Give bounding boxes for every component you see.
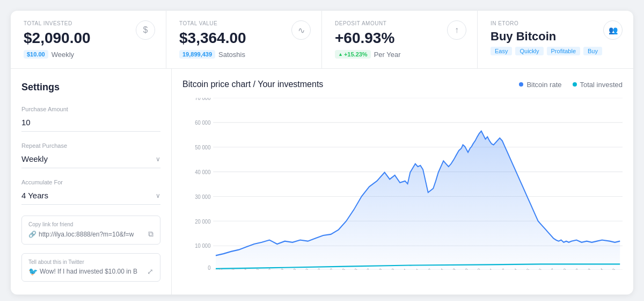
repeat-purchase-label: Repeat Purchase <box>21 142 160 149</box>
chart-legend: Bitcoin rate Total invested <box>519 81 623 89</box>
main-container: TOTAL INVESTED $2,090.00 $10.00 Weekly $… <box>11 11 633 295</box>
dollar-icon: $ <box>136 20 155 40</box>
total-invested-dot <box>573 82 577 87</box>
stat-total-value: TOTAL VALUE $3,364.00 19,899,439 Satoshi… <box>166 11 322 68</box>
etoro-tags: Easy Quickly Profitable Buy <box>491 47 620 55</box>
bitcoin-rate-dot <box>519 82 523 87</box>
purchase-amount-group: Purchase Amount <box>21 106 160 132</box>
accumulate-for-select[interactable]: 4 Years ∨ <box>21 189 160 205</box>
repeat-purchase-group: Repeat Purchase Weekly ∨ <box>21 142 160 168</box>
legend-bitcoin-rate: Bitcoin rate <box>519 81 561 89</box>
bitcoin-rate-label: Bitcoin rate <box>526 81 561 89</box>
total-value-label: TOTAL VALUE <box>179 20 309 26</box>
total-value-value: $3,364.00 <box>179 30 309 47</box>
copy-link-box: Copy link for friend 🔗 http://ilya.loc:8… <box>21 216 160 245</box>
copy-link-label: Copy link for friend <box>28 221 153 227</box>
total-value-sub: 19,899,439 Satoshis <box>179 50 309 59</box>
chart-wrapper: 70 000 60 000 50 000 40 000 30 000 20 00… <box>182 98 623 270</box>
accumulate-for-chevron: ∨ <box>156 192 160 199</box>
chart-header: Bitcoin price chart / Your investments B… <box>182 80 623 89</box>
total-invested-sub: $10.00 Weekly <box>24 50 153 59</box>
accumulate-for-value: 4 Years <box>21 191 48 200</box>
total-invested-chart-label: Total invested <box>580 81 623 89</box>
tag-easy[interactable]: Easy <box>491 47 512 55</box>
deposit-value: +60.93% <box>335 30 464 47</box>
tag-quickly[interactable]: Quickly <box>515 47 543 55</box>
accumulate-for-group: Accumulate For 4 Years ∨ <box>21 179 160 205</box>
etoro-label: IN ETORO <box>491 20 620 26</box>
deposit-badge: ▲ +15.23% <box>335 50 371 59</box>
purchase-amount-label: Purchase Amount <box>21 106 160 112</box>
total-value-badge: 19,899,439 <box>179 50 215 59</box>
svg-text:60 000: 60 000 <box>195 120 210 126</box>
svg-text:50 000: 50 000 <box>195 145 210 151</box>
stat-etoro: IN ETORO Buy Bitcoin Easy Quickly Profit… <box>478 11 633 68</box>
deposit-label: DEPOSIT AMOUNT <box>335 20 464 26</box>
repeat-purchase-chevron: ∨ <box>156 155 160 163</box>
repeat-purchase-select[interactable]: Weekly ∨ <box>21 152 160 168</box>
legend-total-invested: Total invested <box>573 81 623 89</box>
chart-svg: 70 000 60 000 50 000 40 000 30 000 20 00… <box>182 98 623 270</box>
total-invested-sub-text: Weekly <box>52 51 74 59</box>
wave-icon: ∿ <box>291 20 311 40</box>
etoro-value: Buy Bitcoin <box>491 30 620 44</box>
svg-text:70 000: 70 000 <box>195 98 210 101</box>
users-icon: 👥 <box>603 20 623 40</box>
twitter-content: 🐦 Wow! If I had invested $10.00 in B ⤢ <box>28 267 153 276</box>
share-icon[interactable]: ⤢ <box>147 267 153 276</box>
deposit-sub-text: Per Year <box>374 51 401 59</box>
stat-total-invested: TOTAL INVESTED $2,090.00 $10.00 Weekly $ <box>11 11 166 68</box>
total-invested-value: $2,090.00 <box>24 30 153 47</box>
copy-icon[interactable]: ⧉ <box>148 230 153 239</box>
stats-bar: TOTAL INVESTED $2,090.00 $10.00 Weekly $… <box>11 11 633 69</box>
svg-text:10 000: 10 000 <box>195 243 210 249</box>
tag-profitable[interactable]: Profitable <box>547 47 580 55</box>
deposit-sub: ▲ +15.23% Per Year <box>335 50 464 59</box>
total-value-sub-text: Satoshis <box>218 51 245 59</box>
repeat-purchase-value: Weekly <box>21 154 48 163</box>
main-content: Settings Purchase Amount Repeat Purchase… <box>11 69 633 295</box>
twitter-box: Tell about this in Twitter 🐦 Wow! If I h… <box>21 253 160 282</box>
accumulate-for-label: Accumulate For <box>21 179 160 185</box>
twitter-label: Tell about this in Twitter <box>28 259 153 265</box>
copy-link-url: 🔗 http://ilya.loc:8888/en?m=10&f=w <box>28 231 134 238</box>
total-invested-badge: $10.00 <box>24 50 48 59</box>
purchase-amount-input[interactable] <box>21 116 160 132</box>
copy-link-content: 🔗 http://ilya.loc:8888/en?m=10&f=w ⧉ <box>28 230 153 239</box>
twitter-text: 🐦 Wow! If I had invested $10.00 in B <box>28 267 137 276</box>
svg-text:40 000: 40 000 <box>195 169 210 175</box>
tag-buy[interactable]: Buy <box>583 47 602 55</box>
svg-text:0: 0 <box>208 265 211 270</box>
chart-area: Bitcoin price chart / Your investments B… <box>172 69 633 295</box>
stat-deposit: DEPOSIT AMOUNT +60.93% ▲ +15.23% Per Yea… <box>322 11 478 68</box>
total-invested-label: TOTAL INVESTED <box>24 20 153 26</box>
settings-panel: Settings Purchase Amount Repeat Purchase… <box>11 69 172 295</box>
settings-title: Settings <box>21 82 160 93</box>
chart-title: Bitcoin price chart / Your investments <box>182 80 323 89</box>
arrow-up-icon: ↑ <box>447 20 466 40</box>
svg-text:20 000: 20 000 <box>195 218 210 225</box>
svg-text:30 000: 30 000 <box>195 194 210 200</box>
